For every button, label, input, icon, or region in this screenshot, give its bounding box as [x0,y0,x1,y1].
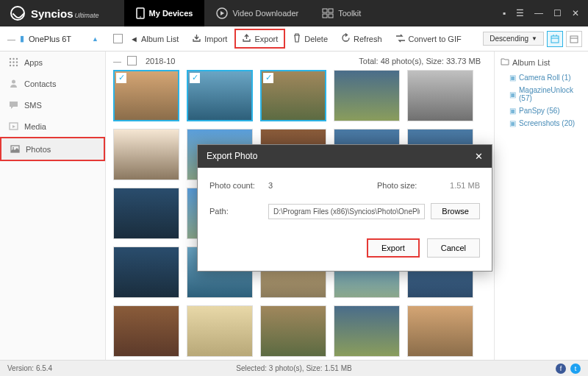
album-name: PanSpy (56) [519,107,560,115]
top-toolbar: — ▮ OnePlus 6T ▲ ◄ Album List Import Exp… [0,26,588,52]
app-edition: Ultimate [75,12,99,19]
refresh-button[interactable]: Refresh [335,30,388,47]
album-item[interactable]: ▣Camera Roll (1) [501,71,582,84]
dialog-title: Export Photo [207,151,257,162]
svg-rect-8 [570,36,578,43]
album-name: Camera Roll (1) [519,74,571,82]
album-item[interactable]: ▣Screenshots (20) [501,117,582,130]
convert-gif-button[interactable]: Convert to GIF [390,31,467,47]
photo-thumb[interactable] [334,305,400,357]
album-list-button[interactable]: ◄ Album List [124,32,184,46]
photo-thumb[interactable] [334,70,400,121]
export-icon [242,33,251,44]
photo-thumb[interactable]: ✓ [260,70,326,121]
checkmark-icon: ✓ [116,73,126,83]
photo-thumb[interactable] [113,246,179,298]
group-checkbox[interactable] [127,56,137,65]
media-icon [9,121,18,131]
chevron-up-icon: ▲ [92,35,98,43]
image-icon: ▣ [509,107,516,115]
refresh-icon [341,33,351,44]
svg-rect-5 [323,14,327,18]
sidebar-item-sms[interactable]: SMS [0,94,105,116]
sidebar-item-photos[interactable]: Photos [0,137,105,161]
logo-icon [10,6,25,21]
collapse-group-icon[interactable]: — [113,57,121,65]
album-name: Screenshots (20) [519,119,575,127]
device-selector[interactable]: — ▮ OnePlus 6T ▲ [0,34,106,43]
maximize-button[interactable]: ☐ [553,8,562,18]
twitter-icon[interactable]: t [570,363,581,374]
menu-icon[interactable]: ☰ [516,8,524,18]
chevron-down-icon: ▼ [531,35,537,42]
action-label: Import [204,35,227,43]
trash-icon [293,33,301,44]
facebook-icon[interactable]: f [556,363,566,374]
sidebar-item-apps[interactable]: Apps [0,52,105,73]
toolkit-icon [322,8,334,18]
photo-thumb[interactable] [187,305,253,357]
dialog-cancel-button[interactable]: Cancel [427,238,480,258]
view-by-date-button[interactable] [547,31,563,47]
photo-thumb[interactable] [407,70,473,121]
path-input[interactable] [268,204,425,219]
photos-icon [10,144,20,154]
select-all-checkbox[interactable] [113,34,123,43]
photo-thumb[interactable] [113,305,179,357]
photo-thumb[interactable] [260,305,326,357]
delete-button[interactable]: Delete [287,30,334,47]
sidebar-item-media[interactable]: Media [0,116,105,137]
album-panel: Album List ▣Camera Roll (1) ▣MagazineUnl… [494,52,588,360]
checkmark-icon: ✓ [190,73,200,83]
svg-rect-7 [551,36,559,43]
window-controls: ▪ ☰ — ☐ ✕ [503,8,588,18]
close-window-button[interactable]: ✕ [572,8,579,18]
photo-size-value: 1.51 MB [436,181,480,190]
convert-icon [395,34,406,44]
sidebar-label: Apps [24,58,43,67]
tab-video-downloader[interactable]: Video Downloader [204,0,310,26]
play-icon [216,7,228,19]
photo-thumb[interactable]: ✓ [187,70,253,121]
photo-thumb[interactable]: ✓ [113,70,179,121]
photo-thumb[interactable] [113,129,179,180]
sidebar-label: Contacts [24,79,56,88]
action-label: Delete [304,35,328,43]
photo-thumb[interactable] [113,188,179,239]
app-name: Syncios [31,7,74,20]
device-name: OnePlus 6T [29,35,71,43]
album-item[interactable]: ▣MagazineUnlock (57) [501,84,582,104]
import-button[interactable]: Import [186,30,233,47]
version-label: Version: 6.5.4 [7,364,52,372]
album-item[interactable]: ▣PanSpy (56) [501,104,582,117]
export-photo-dialog: Export Photo ✕ Photo count: 3 Photo size… [197,144,492,272]
action-label: Refresh [354,35,382,43]
sidebar-label: Media [24,122,46,131]
export-button[interactable]: Export [234,29,285,49]
svg-point-16 [12,65,14,66]
minimize-button[interactable]: — [534,8,543,18]
sort-label: Descending [490,35,528,43]
checkmark-icon: ✓ [263,73,273,83]
sort-dropdown[interactable]: Descending ▼ [483,32,544,46]
sidebar: Apps Contacts SMS Media Photos [0,52,106,360]
view-grid-button[interactable] [566,31,582,47]
dialog-export-button[interactable]: Export [367,238,420,258]
svg-point-12 [10,61,11,63]
tab-toolkit[interactable]: Toolkit [310,0,373,26]
folder-icon [501,57,509,67]
svg-point-17 [16,65,18,66]
sidebar-item-contacts[interactable]: Contacts [0,73,105,94]
photo-thumb[interactable] [407,305,473,357]
action-label: Export [254,35,278,43]
browse-button[interactable]: Browse [431,203,480,219]
dialog-close-button[interactable]: ✕ [475,151,483,162]
tab-label: My Devices [149,9,193,18]
tab-label: Video Downloader [232,9,298,18]
app-logo: SynciosUltimate [0,6,110,21]
image-icon: ▣ [509,119,516,127]
tab-my-devices[interactable]: My Devices [124,0,205,26]
group-stats: Total: 48 photo(s), Size: 33.73 MB [359,57,487,65]
message-icon[interactable]: ▪ [503,8,506,18]
main-tabs: My Devices Video Downloader Toolkit [124,0,373,26]
